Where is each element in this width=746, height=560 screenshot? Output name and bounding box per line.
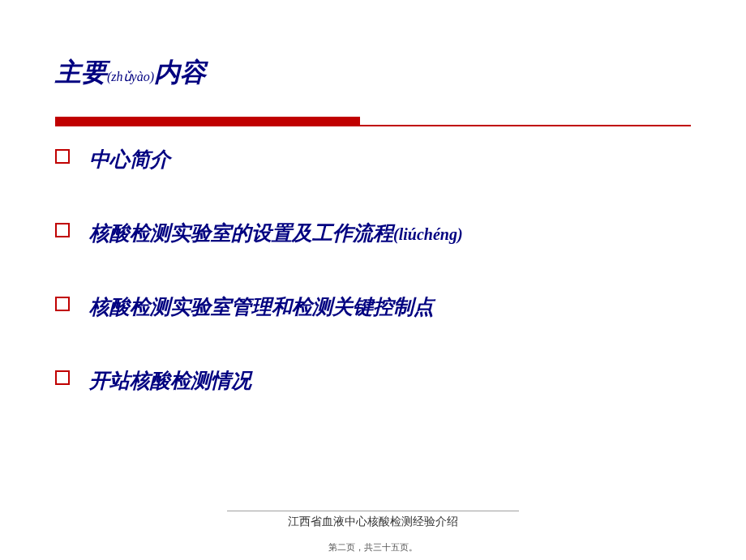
title-pinyin: (zhǔyào) xyxy=(107,70,154,83)
footer-divider xyxy=(227,511,519,511)
slide-title: 主要(zhǔyào)内容 xyxy=(55,55,206,91)
list-item: 中心简介 xyxy=(55,146,691,173)
bullet-icon xyxy=(55,370,70,385)
slide: 主要(zhǔyào)内容 中心简介 核酸检测实验室的设置及工作流程(liúché… xyxy=(0,0,746,560)
item-text-wrap: 开站核酸检测情况 xyxy=(89,367,251,394)
rule-thin xyxy=(55,125,691,126)
item-text: 中心简介 xyxy=(89,148,170,170)
item-text-wrap: 中心简介 xyxy=(89,146,170,173)
bullet-icon xyxy=(55,223,70,237)
item-text: 核酸检测实验室的设置及工作流程 xyxy=(89,222,393,244)
divider-rule xyxy=(55,117,691,128)
list-item: 开站核酸检测情况 xyxy=(55,367,691,394)
item-text-wrap: 核酸检测实验室管理和检测关键控制点 xyxy=(89,293,434,320)
bullet-icon xyxy=(55,149,70,164)
item-text: 开站核酸检测情况 xyxy=(89,370,251,391)
list-item: 核酸检测实验室的设置及工作流程(liúchéng) xyxy=(55,220,691,246)
title-part1: 主要 xyxy=(55,58,107,87)
content-list: 中心简介 核酸检测实验室的设置及工作流程(liúchéng) 核酸检测实验室管理… xyxy=(55,146,691,441)
bullet-icon xyxy=(55,297,70,311)
footer-title: 江西省血液中心核酸检测经验介绍 xyxy=(0,515,746,529)
footer-page: 第二页，共三十五页。 xyxy=(0,541,746,554)
item-text-wrap: 核酸检测实验室的设置及工作流程(liúchéng) xyxy=(89,220,463,246)
item-pinyin: (liúchéng) xyxy=(393,225,463,243)
title-part2: 内容 xyxy=(154,58,206,87)
list-item: 核酸检测实验室管理和检测关键控制点 xyxy=(55,293,691,320)
item-text: 核酸检测实验室管理和检测关键控制点 xyxy=(89,296,434,318)
